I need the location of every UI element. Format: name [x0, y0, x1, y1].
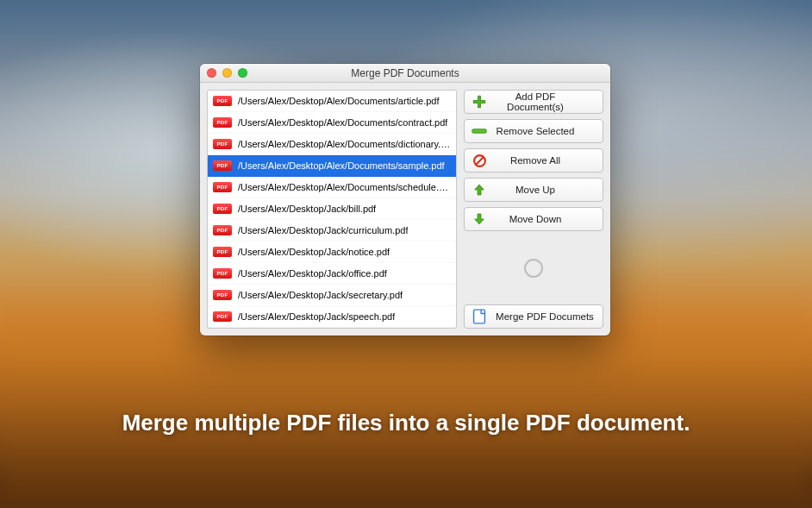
- pdf-icon: PDF: [213, 160, 232, 171]
- file-path: /Users/Alex/Desktop/Jack/speech.pdf: [238, 311, 395, 322]
- pdf-icon: PDF: [213, 290, 232, 300]
- pdf-icon: PDF: [213, 117, 232, 128]
- pdf-icon: PDF: [213, 139, 232, 149]
- file-row[interactable]: PDF/Users/Alex/Desktop/Jack/secretary.pd…: [208, 285, 456, 306]
- file-path: /Users/Alex/Desktop/Jack/office.pdf: [238, 268, 387, 279]
- move-down-label: Move Down: [492, 214, 597, 224]
- merge-label: Merge PDF Documets: [492, 311, 597, 322]
- file-path: /Users/Alex/Desktop/Jack/secretary.pdf: [238, 290, 403, 300]
- arrow-up-icon: [470, 182, 489, 198]
- file-row[interactable]: PDF/Users/Alex/Desktop/Jack/office.pdf: [208, 263, 456, 285]
- arrow-down-icon: [470, 211, 489, 227]
- minimize-icon[interactable]: [222, 68, 232, 78]
- file-row[interactable]: PDF/Users/Alex/Desktop/Alex/Documents/ar…: [208, 91, 456, 112]
- file-list[interactable]: PDF/Users/Alex/Desktop/Alex/Documents/ar…: [207, 90, 457, 329]
- file-path: /Users/Alex/Desktop/Jack/bill.pdf: [238, 204, 376, 214]
- remove-all-button[interactable]: Remove All: [464, 148, 603, 172]
- prohibit-icon: [470, 154, 489, 168]
- file-row[interactable]: PDF/Users/Alex/Desktop/Jack/speech.pdf: [208, 306, 456, 328]
- add-pdf-label: Add PDF Document(s): [492, 91, 597, 112]
- action-sidebar: Add PDF Document(s) Remove Selected Remo…: [464, 90, 603, 329]
- move-down-button[interactable]: Move Down: [464, 207, 603, 231]
- pdf-icon: PDF: [213, 204, 232, 214]
- minus-icon: [470, 127, 489, 135]
- file-row[interactable]: PDF/Users/Alex/Desktop/Jack/curriculum.p…: [208, 220, 456, 241]
- file-row[interactable]: PDF/Users/Alex/Desktop/Alex/Documents/di…: [208, 134, 456, 155]
- svg-rect-3: [474, 310, 485, 323]
- file-row[interactable]: PDF/Users/Alex/Desktop/Jack/bill.pdf: [208, 198, 456, 220]
- remove-selected-label: Remove Selected: [492, 126, 597, 136]
- progress-spinner-icon: [524, 259, 543, 278]
- svg-rect-0: [472, 129, 487, 134]
- file-path: /Users/Alex/Desktop/Alex/Documents/sampl…: [238, 160, 445, 171]
- svg-line-2: [476, 157, 484, 165]
- remove-all-label: Remove All: [492, 155, 597, 166]
- pdf-icon: PDF: [213, 311, 232, 322]
- file-path: /Users/Alex/Desktop/Jack/notice.pdf: [238, 247, 390, 257]
- file-path: /Users/Alex/Desktop/Jack/curriculum.pdf: [238, 225, 408, 235]
- file-path: /Users/Alex/Desktop/Alex/Documents/dicti…: [238, 139, 451, 149]
- file-path: /Users/Alex/Desktop/Alex/Documents/sched…: [238, 182, 451, 192]
- pdf-icon: PDF: [213, 268, 232, 279]
- close-icon[interactable]: [207, 68, 216, 78]
- pdf-icon: PDF: [213, 96, 232, 106]
- pdf-icon: PDF: [213, 247, 232, 257]
- file-path: /Users/Alex/Desktop/Alex/Documents/artic…: [238, 96, 440, 106]
- file-row[interactable]: PDF/Users/Alex/Desktop/Alex/Documents/sa…: [208, 155, 456, 177]
- window-title: Merge PDF Documents: [200, 67, 610, 79]
- file-row[interactable]: PDF/Users/Alex/Desktop/Alex/Documents/co…: [208, 112, 456, 134]
- titlebar[interactable]: Merge PDF Documents: [200, 64, 610, 83]
- plus-icon: [470, 94, 489, 110]
- file-row[interactable]: PDF/Users/Alex/Desktop/Alex/Documents/sc…: [208, 177, 456, 198]
- move-up-button[interactable]: Move Up: [464, 178, 603, 202]
- pdf-icon: PDF: [213, 182, 232, 192]
- move-up-label: Move Up: [492, 185, 597, 195]
- document-icon: [470, 308, 489, 325]
- merge-pdf-window: Merge PDF Documents PDF/Users/Alex/Deskt…: [200, 64, 610, 336]
- remove-selected-button[interactable]: Remove Selected: [464, 119, 603, 143]
- file-row[interactable]: PDF/Users/Alex/Desktop/Jack/notice.pdf: [208, 241, 456, 263]
- pdf-icon: PDF: [213, 225, 232, 235]
- merge-button[interactable]: Merge PDF Documets: [464, 304, 603, 329]
- file-path: /Users/Alex/Desktop/Alex/Documents/contr…: [238, 117, 447, 128]
- zoom-icon[interactable]: [238, 68, 247, 78]
- add-pdf-button[interactable]: Add PDF Document(s): [464, 90, 603, 114]
- marketing-tagline: Merge multiple PDF files into a single P…: [0, 410, 812, 436]
